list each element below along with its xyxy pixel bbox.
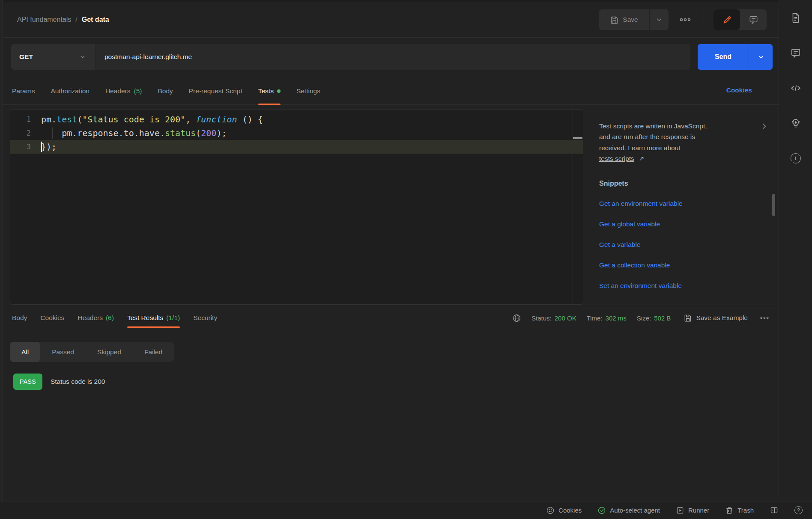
request-tab-authorization[interactable]: Authorization <box>51 87 89 104</box>
comments-icon[interactable] <box>790 47 802 59</box>
documentation-icon[interactable] <box>790 12 802 24</box>
editor-overview-ruler[interactable] <box>573 110 583 304</box>
code-snippet-icon[interactable] <box>790 82 802 94</box>
code-lines: 1pm.test("Status code is 200", function … <box>10 113 583 154</box>
save-options-button[interactable] <box>650 9 669 30</box>
chevron-down-icon <box>757 53 765 61</box>
breadcrumb-collection[interactable]: API fundamentals <box>17 16 71 24</box>
time-metric: Time: 302 ms <box>587 314 627 322</box>
code-text: pm.response.to.have.status(200); <box>41 128 227 138</box>
response-tab-test-results[interactable]: Test Results(1/1) <box>127 305 180 331</box>
snippet-set-an-environment-variable[interactable]: Set an environment variable <box>599 282 749 290</box>
info-icon[interactable]: i <box>790 152 802 164</box>
line-number: 1 <box>10 115 41 124</box>
filter-skipped[interactable]: Skipped <box>86 342 133 362</box>
layout-panes-icon <box>770 506 779 515</box>
comment-icon <box>749 15 758 25</box>
postman-app-window: API fundamentals / Get data Save <box>0 0 812 519</box>
pencil-icon <box>722 15 732 25</box>
tests-scripts-link[interactable]: tests scripts <box>599 155 634 162</box>
right-icon-rail: i <box>779 0 812 501</box>
code-line-3[interactable]: 3}); <box>10 140 583 154</box>
help-button[interactable]: ? <box>794 506 803 514</box>
snippet-get-a-variable[interactable]: Get a variable <box>599 241 749 249</box>
external-link-icon: ↗ <box>639 155 644 162</box>
url-input[interactable] <box>96 44 690 70</box>
edit-mode-button[interactable] <box>713 9 740 30</box>
tests-unsaved-dot <box>277 89 281 93</box>
save-button-label: Save <box>623 16 638 24</box>
main-pane: API fundamentals / Get data Save <box>3 0 779 501</box>
test-result-filters: AllPassedSkippedFailed <box>10 342 174 362</box>
request-tab-headers[interactable]: Headers(5) <box>105 87 142 104</box>
request-tabs-row: ParamsAuthorizationHeaders(5)BodyPre-req… <box>3 70 779 105</box>
indent-guide <box>52 128 53 139</box>
response-more-actions-button[interactable] <box>760 316 769 320</box>
save-button[interactable]: Save <box>599 9 649 30</box>
tests-help-panel: Test scripts are written in JavaScript, … <box>591 109 779 305</box>
chevron-down-icon <box>79 53 86 60</box>
breadcrumb-separator: / <box>75 16 77 24</box>
code-text: }); <box>41 142 57 152</box>
snippet-get-an-environment-variable[interactable]: Get an environment variable <box>599 200 749 208</box>
line-number: 3 <box>10 142 41 151</box>
check-circle-icon <box>597 506 606 515</box>
panel-scrollbar[interactable] <box>772 194 775 216</box>
comment-mode-button[interactable] <box>740 9 767 30</box>
help-icon: ? <box>794 506 803 514</box>
test-result-row: PASS Status code is 200 <box>13 374 779 390</box>
header-actions: Save <box>599 9 767 30</box>
request-more-actions-button[interactable] <box>680 18 691 22</box>
cookies-link[interactable]: Cookies <box>726 86 752 104</box>
breadcrumb: API fundamentals / Get data <box>17 16 109 24</box>
save-as-example-button[interactable]: Save as Example <box>684 314 748 322</box>
code-editor[interactable]: 1pm.test("Status code is 200", function … <box>10 109 583 305</box>
globe-icon[interactable] <box>512 314 521 323</box>
header-divider <box>702 11 702 28</box>
runner-button[interactable]: Runner <box>676 506 709 515</box>
trash-button[interactable]: Trash <box>725 506 754 515</box>
breadcrumb-request-name[interactable]: Get data <box>82 16 109 24</box>
response-tab-body[interactable]: Body <box>12 305 27 331</box>
help-text: Test scripts are written in JavaScript, … <box>599 121 749 153</box>
code-line-2[interactable]: 2 pm.response.to.have.status(200); <box>10 126 583 140</box>
filter-all[interactable]: All <box>10 342 40 362</box>
request-tab-pre-request-script[interactable]: Pre-request Script <box>189 87 242 104</box>
snippet-get-a-global-variable[interactable]: Get a global variable <box>599 220 749 228</box>
response-tab-cookies[interactable]: Cookies <box>40 305 64 331</box>
cookie-icon <box>546 506 555 515</box>
request-tab-settings[interactable]: Settings <box>296 87 320 104</box>
auto-select-agent-button[interactable]: Auto-select agent <box>597 506 660 515</box>
chevron-down-icon <box>655 16 663 24</box>
request-tabs: ParamsAuthorizationHeaders(5)BodyPre-req… <box>12 87 336 104</box>
url-bar: GET <box>11 44 690 70</box>
send-options-button[interactable] <box>749 44 773 70</box>
save-icon <box>684 314 692 322</box>
method-dropdown[interactable]: GET <box>11 44 96 70</box>
ruler-cursor-mark <box>573 137 582 139</box>
content-row: API fundamentals / Get data Save <box>0 0 812 501</box>
request-tab-tests[interactable]: Tests <box>258 87 281 104</box>
response-tab-security[interactable]: Security <box>193 305 217 331</box>
trash-icon <box>725 506 734 515</box>
panel-layout-button[interactable] <box>770 506 779 515</box>
request-tab-params[interactable]: Params <box>12 87 35 104</box>
snippet-get-a-collection-variable[interactable]: Get a collection variable <box>599 261 749 269</box>
bottom-status-bar: Cookies Auto-select agent Runner Trash <box>0 501 812 519</box>
code-line-1[interactable]: 1pm.test("Status code is 200", function … <box>10 113 583 126</box>
request-tab-body[interactable]: Body <box>158 87 173 104</box>
filter-passed[interactable]: Passed <box>40 342 86 362</box>
send-button-group: Send <box>698 44 773 70</box>
help-link-row: tests scripts ↗ <box>599 153 749 164</box>
size-metric: Size: 502 B <box>637 314 671 322</box>
left-sidebar-edge <box>0 0 3 501</box>
postbot-bulb-icon[interactable] <box>790 117 802 129</box>
response-tab-headers[interactable]: Headers(6) <box>78 305 114 331</box>
save-icon <box>610 15 619 24</box>
status-metric: Status: 200 OK <box>531 314 576 322</box>
response-meta: Status: 200 OK Time: 302 ms Size: 502 B <box>512 314 769 323</box>
collapse-panel-button[interactable] <box>760 122 768 130</box>
send-button[interactable]: Send <box>698 44 749 70</box>
cookies-statusbar-button[interactable]: Cookies <box>546 506 582 515</box>
filter-failed[interactable]: Failed <box>133 342 174 362</box>
